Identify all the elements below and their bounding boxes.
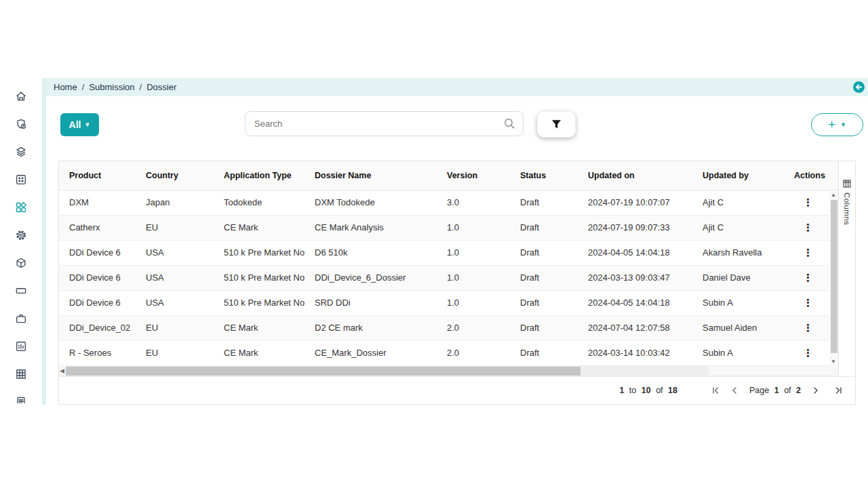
cell-status: Draft xyxy=(510,241,578,265)
vertical-scrollbar[interactable]: ▲ ▼ xyxy=(829,190,838,366)
page-word: Page xyxy=(749,386,769,395)
cell-country: USA xyxy=(136,266,214,290)
row-actions-menu-button[interactable]: ⋮ xyxy=(803,222,813,233)
cell-updated-on: 2024-04-05 14:04:18 xyxy=(578,291,692,315)
cell-dossier-name: SRD DDi xyxy=(304,291,437,315)
range-to-word: to xyxy=(629,386,636,395)
package-icon[interactable] xyxy=(15,257,27,269)
cell-updated-by: Daniel Dave xyxy=(692,266,784,290)
cell-dossier-name: CE_Mark_Dossier xyxy=(304,341,437,365)
home-icon[interactable] xyxy=(15,90,27,102)
columns-panel-label: Columns xyxy=(843,192,851,225)
cell-version: 1.0 xyxy=(437,291,510,315)
page-current: 1 xyxy=(774,386,779,395)
cell-status: Draft xyxy=(510,341,578,365)
row-actions-menu-button[interactable]: ⋮ xyxy=(803,247,813,258)
page-of-word: of xyxy=(784,386,791,395)
cell-status: Draft xyxy=(510,216,578,240)
cell-product: DXM xyxy=(59,190,136,215)
cell-updated-by: Subin A xyxy=(692,291,784,315)
first-page-button[interactable] xyxy=(709,384,722,397)
cell-country: EU xyxy=(136,216,214,240)
table-row[interactable]: R - Seroes EU CE Mark CE_Mark_Dossier 2.… xyxy=(59,341,838,366)
form-icon[interactable] xyxy=(15,396,27,403)
cell-product: DDi Device 6 xyxy=(59,241,136,265)
col-header-country[interactable]: Country xyxy=(136,161,214,190)
col-header-updated-by[interactable]: Updated by xyxy=(692,161,784,190)
table-row[interactable]: DDi Device 6 USA 510 k Pre Market Notifi… xyxy=(59,291,838,316)
chevron-down-icon: ▼ xyxy=(840,121,846,128)
report-chart-icon[interactable] xyxy=(15,340,27,352)
apps-icon[interactable] xyxy=(15,174,27,186)
col-header-updated-on[interactable]: Updated on xyxy=(578,161,692,190)
col-header-dossier-name[interactable]: Dossier Name xyxy=(304,161,437,190)
last-page-button[interactable] xyxy=(832,384,846,397)
cell-version: 1.0 xyxy=(437,216,510,240)
briefcase-icon[interactable] xyxy=(15,312,27,325)
table-row[interactable]: DXM Japan Todokede DXM Todokede 3.0 Draf… xyxy=(59,190,838,216)
cell-updated-by: Ajit C xyxy=(692,190,784,215)
horizontal-scrollbar-thumb[interactable] xyxy=(66,367,580,375)
card-icon[interactable] xyxy=(15,285,27,297)
add-dossier-dropdown[interactable]: + ▼ xyxy=(811,113,863,136)
columns-icon xyxy=(843,180,851,188)
cell-application-type: 510 k Pre Market Notification xyxy=(214,266,304,290)
cell-updated-on: 2024-07-19 09:07:33 xyxy=(578,216,692,240)
compliance-shield-icon[interactable] xyxy=(15,118,27,130)
chevron-right-icon xyxy=(811,386,821,395)
breadcrumb-separator: / xyxy=(140,82,142,92)
previous-page-button[interactable] xyxy=(728,384,741,397)
table-region: Product Country Application Type Dossier… xyxy=(59,161,838,376)
col-header-application-type[interactable]: Application Type xyxy=(214,161,304,190)
cell-product: DDi_Device_02 xyxy=(59,316,136,340)
table-row[interactable]: DDi Device 6 USA 510 k Pre Market Notifi… xyxy=(59,241,838,266)
cell-country: EU xyxy=(136,341,214,365)
cell-updated-on: 2024-03-14 10:03:42 xyxy=(578,341,692,365)
modules-icon[interactable] xyxy=(15,201,27,214)
columns-panel-tab[interactable]: Columns xyxy=(838,161,855,376)
col-header-version[interactable]: Version xyxy=(437,161,510,190)
search-input[interactable] xyxy=(245,111,524,136)
next-page-button[interactable] xyxy=(809,384,823,397)
breadcrumb-dossier: Dossier xyxy=(146,82,176,92)
breadcrumb-submission[interactable]: Submission xyxy=(89,82,134,92)
scroll-up-icon[interactable]: ▲ xyxy=(831,192,836,198)
row-actions-menu-button[interactable]: ⋮ xyxy=(803,297,813,308)
cell-application-type: 510 k Pre Market Notification xyxy=(214,291,304,315)
table-row[interactable]: DDi_Device_02 EU CE Mark D2 CE mark 2.0 … xyxy=(59,316,838,341)
row-actions-menu-button[interactable]: ⋮ xyxy=(803,322,813,333)
scroll-down-icon[interactable]: ▼ xyxy=(831,359,836,365)
cell-status: Draft xyxy=(510,316,578,340)
cell-application-type: CE Mark xyxy=(214,341,304,365)
cell-product: Catherx xyxy=(59,216,136,240)
table-header-row: Product Country Application Type Dossier… xyxy=(59,161,838,190)
filter-button[interactable] xyxy=(537,111,576,138)
range-end: 10 xyxy=(642,386,651,395)
table-main-row: Product Country Application Type Dossier… xyxy=(59,161,855,376)
table-row[interactable]: Catherx EU CE Mark CE Mark Analysis 1.0 … xyxy=(59,216,838,241)
vertical-scrollbar-thumb[interactable] xyxy=(831,200,837,353)
horizontal-scrollbar[interactable]: ◀ xyxy=(59,366,838,376)
col-header-product[interactable]: Product xyxy=(59,161,136,190)
cell-dossier-name: DXM Todokede xyxy=(304,190,437,215)
table-row[interactable]: DDi Device 6 USA 510 k Pre Market Notifi… xyxy=(59,266,838,291)
scroll-left-icon[interactable]: ◀ xyxy=(60,367,64,374)
cell-updated-on: 2024-04-05 14:04:18 xyxy=(578,241,692,265)
col-header-status[interactable]: Status xyxy=(510,161,578,190)
pagination-bar: 1 to 10 of 18 Page 1 of 2 xyxy=(59,376,855,404)
row-actions-menu-button[interactable]: ⋮ xyxy=(803,272,813,283)
row-actions-menu-button[interactable]: ⋮ xyxy=(803,347,813,359)
search-icon[interactable] xyxy=(503,117,515,129)
all-filter-dropdown[interactable]: All ▼ xyxy=(60,113,99,136)
layers-icon[interactable] xyxy=(15,146,27,158)
settings-icon[interactable] xyxy=(15,229,27,241)
breadcrumb-home[interactable]: Home xyxy=(54,82,77,92)
row-actions-menu-button[interactable]: ⋮ xyxy=(803,197,813,208)
collapse-back-button[interactable] xyxy=(853,81,865,93)
plus-icon: + xyxy=(828,118,835,131)
all-filter-label: All xyxy=(69,119,81,130)
col-header-actions: Actions xyxy=(784,161,838,190)
cell-version: 3.0 xyxy=(437,190,510,215)
cell-version: 2.0 xyxy=(437,316,510,340)
data-table-icon[interactable] xyxy=(15,368,27,380)
